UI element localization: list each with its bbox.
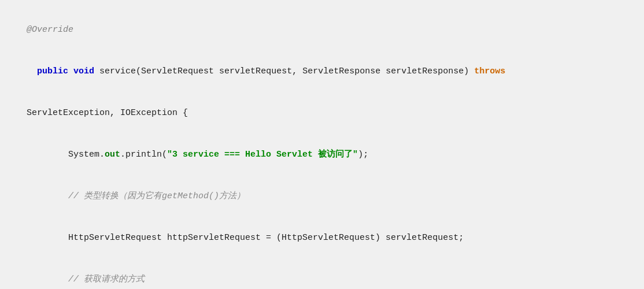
kw-void: void <box>73 66 94 76</box>
sysout-out: out <box>105 150 120 160</box>
sysout-end: ); <box>358 150 368 160</box>
comment2: // 获取请求的方式 <box>27 275 145 284</box>
annotation-override: @Override <box>27 25 73 35</box>
httpcast: HttpServletRequest httpServletRequest = … <box>27 233 464 243</box>
line-httpcast: HttpServletRequest httpServletRequest = … <box>6 217 638 259</box>
code-editor: @Override public void service(ServletReq… <box>0 0 644 289</box>
line-override: @Override <box>6 9 638 51</box>
exceptions-text: ServletException, IOException { <box>27 108 188 118</box>
line-exceptions: ServletException, IOException { <box>6 92 638 134</box>
line-sysout: System.out.println("3 service === Hello … <box>6 134 638 176</box>
sysout-indent: System. <box>27 150 105 160</box>
kw-public: public <box>37 66 68 76</box>
space1 <box>68 66 73 76</box>
comment1: // 类型转换（因为它有getMethod()方法） <box>27 191 245 201</box>
line-comment2: // 获取请求的方式 <box>6 259 638 289</box>
kw-throws: throws <box>474 66 505 76</box>
method-indent <box>27 66 37 76</box>
line-method-sig: public void service(ServletRequest servl… <box>6 51 638 92</box>
sysout-string: "3 service === Hello Servlet 被访问了" <box>167 150 358 160</box>
sysout-println: .println( <box>120 150 167 160</box>
method-name: service(ServletRequest servletRequest, S… <box>94 66 474 76</box>
line-comment1: // 类型转换（因为它有getMethod()方法） <box>6 176 638 217</box>
